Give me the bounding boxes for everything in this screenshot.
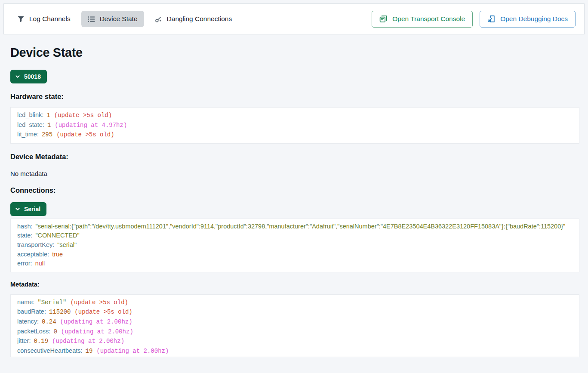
kv-row: hash:"serial-serial:{"path":"/dev/tty.us… [17,222,573,231]
kv-key: error: [17,260,32,267]
kv-annotation: (updating at 2.00hz) [96,348,169,355]
kv-row: latency:0.24(updating at 2.00hz) [17,317,573,327]
kv-annotation: (updating at 2.00hz) [52,338,124,345]
toolbar-actions: Open Transport Console Open Debugging Do… [372,11,576,28]
tab-bar: Log Channels Device State Dangling Conne… [11,11,238,27]
kv-annotation: (update >5s old) [54,112,112,119]
kv-row: packetLoss:0(updating at 2.00hz) [17,327,573,337]
device-metadata-heading: Device Metadata: [10,153,579,161]
tab-dangling-connections[interactable]: Dangling Connections [148,11,239,27]
kv-value: 1 [47,122,51,129]
kv-key: name: [17,299,34,305]
kv-row: acceptable:true [17,250,573,259]
kv-annotation: (updating at 2.00hz) [61,328,133,335]
kv-value: "CONNECTED" [35,232,79,239]
kv-value: 295 [42,131,52,138]
no-metadata-text: No metadata [10,170,579,177]
kv-row: baudRate:115200(update >5s old) [17,307,573,317]
kv-key: acceptable: [17,251,49,258]
kv-key: latency: [17,318,39,325]
kv-key: lit_time: [17,131,39,138]
kv-row: lit_time:295(update >5s old) [17,130,573,140]
kv-row: error:null [17,259,573,268]
kv-annotation: (update >5s old) [56,131,114,138]
kv-value: null [35,260,45,267]
tab-label: Dangling Connections [167,15,232,23]
kv-annotation: (update >5s old) [74,308,132,315]
kv-value: "Serial" [37,299,66,306]
device-id: 50018 [24,73,41,80]
button-label: Open Debugging Docs [500,15,568,23]
chevron-down-icon [15,207,20,212]
kv-value: "serial" [57,241,77,248]
connections-heading: Connections: [10,186,579,194]
chevron-down-icon [15,74,20,79]
doc-arrow-icon [487,15,495,23]
kv-key: hash: [17,223,32,230]
filter-icon [17,15,25,23]
kv-key: led_blink: [17,111,43,118]
kv-key: led_state: [17,121,44,128]
kv-key: consecutiveHeartbeats: [17,347,83,354]
kv-row: name:"Serial"(update >5s old) [17,298,573,308]
tab-label: Device State [100,15,138,23]
hardware-state-heading: Hardware state: [10,92,579,101]
tab-device-state[interactable]: Device State [81,11,144,27]
top-toolbar: Log Channels Device State Dangling Conne… [3,3,585,34]
kv-value: 1 [46,112,50,119]
kv-annotation: (updating at 4.97hz) [55,122,127,129]
open-transport-console-button[interactable]: Open Transport Console [372,11,473,28]
kv-key: baudRate: [17,308,46,315]
kv-key: jitter: [17,337,31,344]
connection-name: Serial [24,206,40,213]
open-debugging-docs-button[interactable]: Open Debugging Docs [480,11,576,28]
list-icon [88,15,95,23]
kv-key: state: [17,232,32,239]
hardware-state-block: led_blink:1(update >5s old)led_state:1(u… [10,107,579,144]
kv-row: led_blink:1(update >5s old) [17,111,573,120]
kv-row: state:"CONNECTED" [17,231,573,240]
kv-key: transportKey: [17,241,54,248]
kv-value: true [52,251,63,258]
kv-annotation: (update >5s old) [71,299,128,306]
device-id-expander[interactable]: 50018 [10,70,47,83]
tab-log-channels[interactable]: Log Channels [11,11,77,27]
kv-key: packetLoss: [17,328,50,335]
console-windows-icon [379,15,387,23]
kv-value: "serial-serial:{"path":"/dev/tty.usbmode… [35,223,565,230]
tab-label: Log Channels [29,15,71,23]
kv-value: 0.19 [34,338,48,345]
dangling-connection-icon [155,15,162,23]
kv-value: 0 [53,328,57,335]
page-title: Device State [10,46,579,60]
kv-annotation: (updating at 2.00hz) [60,318,132,325]
main-content: Device State 50018 Hardware state: led_b… [0,46,588,357]
connection-metadata-block: name:"Serial"(update >5s old)baudRate:11… [10,294,579,358]
kv-row: consecutiveHeartbeats:19(updating at 2.0… [17,346,573,356]
kv-value: 115200 [49,308,71,315]
connection-metadata-heading: Metadata: [10,281,579,288]
kv-value: 19 [86,348,93,355]
kv-row: jitter:0.19(updating at 2.00hz) [17,336,573,346]
kv-row: led_state:1(updating at 4.97hz) [17,120,573,130]
connection-fields-block: hash:"serial-serial:{"path":"/dev/tty.us… [10,219,579,272]
connection-serial-expander[interactable]: Serial [10,202,46,216]
kv-row: transportKey:"serial" [17,240,573,250]
button-label: Open Transport Console [392,15,465,23]
kv-value: 0.24 [42,318,56,325]
